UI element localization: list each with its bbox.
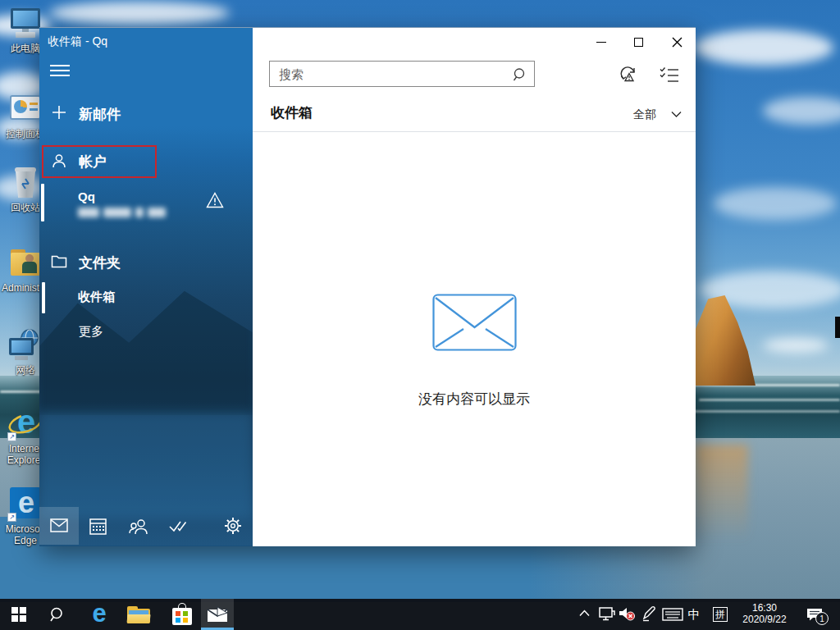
recycle-bin-icon	[7, 164, 43, 200]
warning-triangle-icon	[206, 191, 224, 209]
ime-pinyin-indicator[interactable]: 拼	[712, 606, 728, 623]
action-center-button[interactable]: 1	[804, 605, 825, 624]
sidebar-item-more[interactable]: 更多	[39, 317, 253, 346]
folder-selection-indicator	[42, 282, 45, 313]
user-folder-icon	[7, 244, 43, 281]
mail-icon	[207, 606, 228, 623]
shortcut-arrow-icon: ↗	[7, 513, 16, 522]
folders-label: 文件夹	[79, 253, 121, 272]
taskbar-mail-button[interactable]	[205, 605, 230, 623]
calendar-nav-icon[interactable]	[89, 518, 109, 536]
mail-nav-icon[interactable]	[50, 518, 70, 535]
mouse-cursor-artifact	[835, 317, 840, 338]
notification-badge: 1	[815, 612, 829, 625]
minimize-button[interactable]	[589, 31, 614, 52]
sync-error-icon[interactable]	[619, 65, 638, 84]
maximize-button[interactable]	[626, 31, 651, 52]
folders-button[interactable]: 文件夹	[39, 248, 253, 277]
plus-icon	[51, 104, 67, 121]
volume-muted-tray-icon[interactable]	[617, 605, 637, 622]
tutorial-highlight-box	[42, 145, 157, 178]
taskbar-file-explorer-button[interactable]	[125, 604, 153, 626]
edge-icon: e	[92, 600, 106, 628]
file-explorer-icon	[127, 606, 150, 623]
taskbar-edge-button[interactable]: e	[85, 600, 113, 628]
this-pc-icon	[7, 5, 43, 41]
network-tray-icon[interactable]	[597, 605, 617, 622]
new-mail-label: 新邮件	[79, 105, 121, 124]
inbox-label: 收件箱	[78, 290, 115, 305]
pen-tray-icon[interactable]	[640, 605, 658, 623]
taskbar-clock[interactable]: 16:30 2020/9/22	[735, 602, 794, 625]
empty-state-message: 没有内容可以显示	[253, 390, 696, 409]
clock-date: 2020/9/22	[735, 614, 794, 625]
settings-gear-icon[interactable]	[224, 517, 244, 536]
search-icon	[49, 606, 66, 623]
microsoft-store-icon	[172, 603, 192, 626]
filter-value: 全部	[633, 107, 656, 121]
ime-mode-indicator[interactable]: 中	[686, 606, 702, 623]
account-name: Qq	[78, 189, 95, 203]
search-icon[interactable]	[513, 67, 527, 82]
account-selection-indicator	[41, 184, 44, 221]
mail-sidebar: 收件箱 - Qq 新邮件 帐户 Qq	[39, 28, 253, 546]
sidebar-item-inbox[interactable]: 收件箱	[39, 281, 253, 313]
close-button[interactable]	[664, 31, 689, 52]
taskbar-store-button[interactable]	[169, 602, 195, 627]
filter-dropdown[interactable]: 全部	[633, 107, 687, 125]
account-item-qq[interactable]: Qq	[39, 184, 253, 223]
people-nav-icon[interactable]	[128, 518, 149, 535]
wallpaper-cliff	[692, 295, 756, 386]
windows-logo-icon	[11, 607, 26, 622]
pinyin-label: 拼	[713, 607, 728, 622]
shortcut-arrow-icon: ↗	[7, 432, 16, 441]
select-list-icon[interactable]	[660, 66, 679, 83]
mail-content-pane: 收件箱 全部 没有内容可以显示	[253, 28, 696, 546]
tasks-nav-icon[interactable]	[168, 519, 188, 534]
list-pane-title: 收件箱	[271, 103, 313, 122]
hamburger-menu-button[interactable]	[50, 62, 70, 80]
mail-app-window: 收件箱 - Qq 新邮件 帐户 Qq	[39, 27, 696, 546]
taskbar-search-button[interactable]	[46, 605, 69, 624]
taskbar: e	[0, 599, 840, 630]
clock-time: 16:30	[735, 602, 794, 614]
search-input[interactable]	[269, 61, 535, 87]
internet-explorer-icon: e ↗	[7, 405, 43, 441]
account-email-redacted	[78, 204, 201, 216]
start-button[interactable]	[8, 605, 30, 623]
touch-keyboard-tray-icon[interactable]	[661, 607, 684, 622]
chevron-down-icon	[671, 111, 682, 118]
network-icon	[7, 326, 43, 363]
window-title: 收件箱 - Qq	[48, 34, 107, 49]
empty-envelope-icon	[432, 294, 517, 351]
control-panel-icon	[7, 90, 43, 126]
tray-overflow-chevron[interactable]	[577, 607, 591, 619]
ime-mode-label: 中	[688, 607, 701, 623]
more-label: 更多	[79, 324, 103, 340]
microsoft-edge-icon: e ↗	[7, 486, 43, 522]
folder-icon	[51, 254, 67, 269]
new-mail-button[interactable]: 新邮件	[39, 100, 253, 128]
